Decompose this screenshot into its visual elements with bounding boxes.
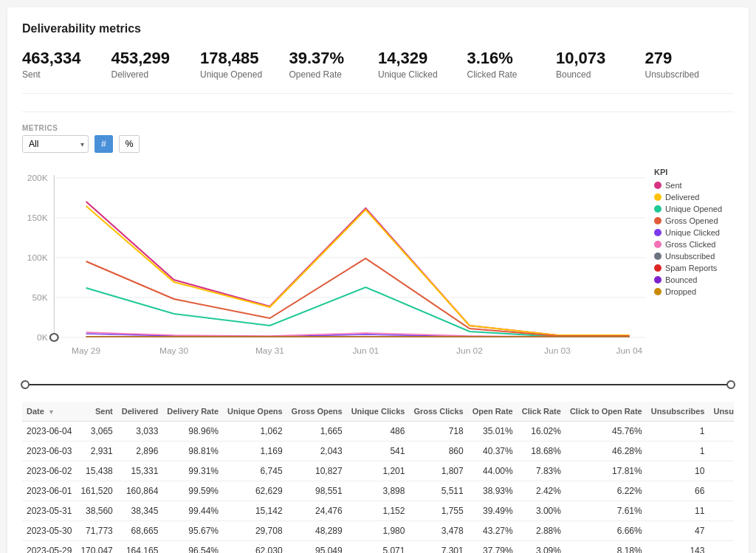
metric-sent: 463,334Sent — [22, 49, 111, 80]
metric-value-delivered: 453,299 — [111, 49, 189, 68]
legend-label-spam_reports: Spam Reports — [665, 264, 717, 272]
cell-delivered: 164,165 — [117, 541, 163, 553]
data-table: Date ▼SentDeliveredDelivery RateUnique O… — [22, 402, 734, 553]
metric-bounced: 10,073Bounced — [556, 49, 645, 80]
cell-gross_clicks: 7,301 — [409, 541, 467, 553]
metric-label-opened_rate: Opened Rate — [289, 69, 367, 80]
metric-label-clicked_rate: Clicked Rate — [467, 69, 545, 80]
col-header-gross_clicks[interactable]: Gross Clicks — [409, 402, 467, 422]
cell-unsubscribed: 0 — [709, 461, 734, 481]
col-header-unique_opens[interactable]: Unique Opens — [223, 402, 287, 422]
hash-toggle-button[interactable]: # — [94, 135, 113, 153]
cell-unsubscribes: 66 — [647, 481, 709, 501]
summary-metrics-row: 463,334Sent453,299Delivered178,485Unique… — [22, 49, 734, 94]
main-container: Deliverability metrics 463,334Sent453,29… — [7, 7, 749, 553]
slider-left-thumb[interactable] — [21, 380, 30, 389]
col-header-unsubscribes[interactable]: Unsubscribes — [647, 402, 709, 422]
cell-unique_clicks: 5,071 — [347, 541, 410, 553]
cell-unique_opens: 15,142 — [223, 501, 287, 521]
metric-value-sent: 463,334 — [22, 49, 100, 68]
percent-toggle-button[interactable]: % — [119, 135, 140, 153]
metrics-dropdown-wrapper[interactable]: All — [22, 135, 89, 153]
col-header-sent[interactable]: Sent — [76, 402, 117, 422]
legend-dot-unique_clicked — [654, 229, 662, 236]
kpi-legend: KPISentDeliveredUnique OpenedGross Opene… — [645, 168, 734, 377]
slider-right-thumb[interactable] — [726, 380, 735, 389]
cell-sent: 71,773 — [76, 521, 117, 541]
cell-open_rate: 40.37% — [468, 442, 518, 461]
cell-click_to_open_rate: 46.28% — [566, 442, 647, 461]
cell-date: 2023-06-02 — [22, 461, 76, 481]
cell-delivered: 38,345 — [117, 501, 163, 521]
cell-gross_opens: 95,049 — [287, 541, 347, 553]
cell-sent: 170,047 — [76, 541, 117, 553]
col-header-click_to_open_rate[interactable]: Click to Open Rate — [566, 402, 647, 422]
legend-item-spam_reports: Spam Reports — [654, 264, 734, 272]
legend-label-bounced: Bounced — [665, 275, 697, 284]
cell-unsubscribes: 47 — [647, 521, 709, 541]
metric-value-clicked_rate: 3.16% — [467, 49, 545, 68]
cell-gross_clicks: 1,755 — [409, 501, 467, 521]
col-header-delivered[interactable]: Delivered — [117, 402, 163, 422]
cell-unsubscribed: 0 — [709, 521, 734, 541]
col-header-unique_clicks[interactable]: Unique Clicks — [347, 402, 410, 422]
col-header-open_rate[interactable]: Open Rate — [468, 402, 518, 422]
line-chart-svg: 200K 150K 100K 50K 0K May 29 May 30 May … — [22, 168, 645, 374]
cell-gross_opens: 1,665 — [287, 422, 347, 442]
table-row: 2023-06-01161,520160,86499.59%62,62998,5… — [22, 481, 734, 501]
cell-gross_opens: 98,551 — [287, 481, 347, 501]
legend-label-unique_opened: Unique Opened — [665, 205, 722, 213]
data-table-wrapper: Date ▼SentDeliveredDelivery RateUnique O… — [22, 402, 734, 553]
col-header-unsubscribed[interactable]: Unsubscribed — [709, 402, 734, 422]
cell-delivered: 68,665 — [117, 521, 163, 541]
legend-label-gross_clicked: Gross Clicked — [665, 240, 715, 249]
cell-sent: 161,520 — [76, 481, 117, 501]
cell-gross_clicks: 1,807 — [409, 461, 467, 481]
metric-label-unsubscribed: Unsubscribed — [645, 69, 723, 80]
cell-delivery_rate: 98.96% — [162, 422, 223, 442]
svg-point-18 — [50, 334, 58, 341]
legend-dot-unsubscribed — [654, 253, 662, 260]
cell-sent: 3,065 — [76, 422, 117, 442]
metrics-dropdown[interactable]: All — [22, 135, 89, 153]
svg-text:May 29: May 29 — [72, 347, 100, 356]
col-header-gross_opens[interactable]: Gross Opens — [287, 402, 347, 422]
metric-unsubscribed: 279Unsubscribed — [645, 49, 735, 80]
cell-gross_clicks: 718 — [409, 422, 467, 442]
table-row: 2023-06-032,9312,89698.81%1,1692,0435418… — [22, 442, 734, 461]
cell-unique_clicks: 486 — [347, 422, 410, 442]
cell-unsubscribes: 11 — [647, 501, 709, 521]
legend-item-unsubscribed: Unsubscribed — [654, 252, 734, 261]
cell-click_to_open_rate: 6.66% — [566, 521, 647, 541]
metric-label-bounced: Bounced — [556, 69, 633, 80]
cell-unsubscribed: 0 — [709, 541, 734, 553]
legend-item-dropped: Dropped — [654, 287, 734, 296]
legend-item-unique_clicked: Unique Clicked — [654, 228, 734, 237]
legend-label-dropped: Dropped — [665, 287, 696, 296]
legend-item-bounced: Bounced — [654, 275, 734, 284]
chart-slider[interactable] — [22, 379, 734, 390]
cell-delivery_rate: 99.44% — [162, 501, 223, 521]
chart-area: 200K 150K 100K 50K 0K May 29 May 30 May … — [22, 168, 734, 390]
cell-date: 2023-06-03 — [22, 442, 76, 461]
metric-label-unique_clicked: Unique Clicked — [378, 69, 456, 80]
legend-dot-gross_opened — [654, 217, 662, 224]
svg-text:May 30: May 30 — [159, 347, 188, 356]
col-header-date[interactable]: Date ▼ — [22, 402, 76, 422]
table-row: 2023-06-043,0653,03398.96%1,0621,6654867… — [22, 422, 734, 442]
svg-text:Jun 03: Jun 03 — [544, 347, 571, 356]
cell-unique_clicks: 3,898 — [347, 481, 410, 501]
cell-unsubscribed: 0 — [709, 422, 734, 442]
cell-sent: 38,560 — [76, 501, 117, 521]
col-header-delivery_rate[interactable]: Delivery Rate — [162, 402, 223, 422]
cell-unsubscribes: 10 — [647, 461, 709, 481]
svg-text:150K: 150K — [27, 214, 48, 223]
metric-value-bounced: 10,073 — [556, 49, 633, 68]
legend-item-unique_opened: Unique Opened — [654, 205, 734, 213]
col-header-click_rate[interactable]: Click Rate — [518, 402, 566, 422]
cell-date: 2023-05-30 — [22, 521, 76, 541]
cell-unique_opens: 1,062 — [223, 422, 287, 442]
cell-gross_opens: 24,476 — [287, 501, 347, 521]
legend-dot-dropped — [654, 288, 662, 295]
cell-gross_opens: 2,043 — [287, 442, 347, 461]
